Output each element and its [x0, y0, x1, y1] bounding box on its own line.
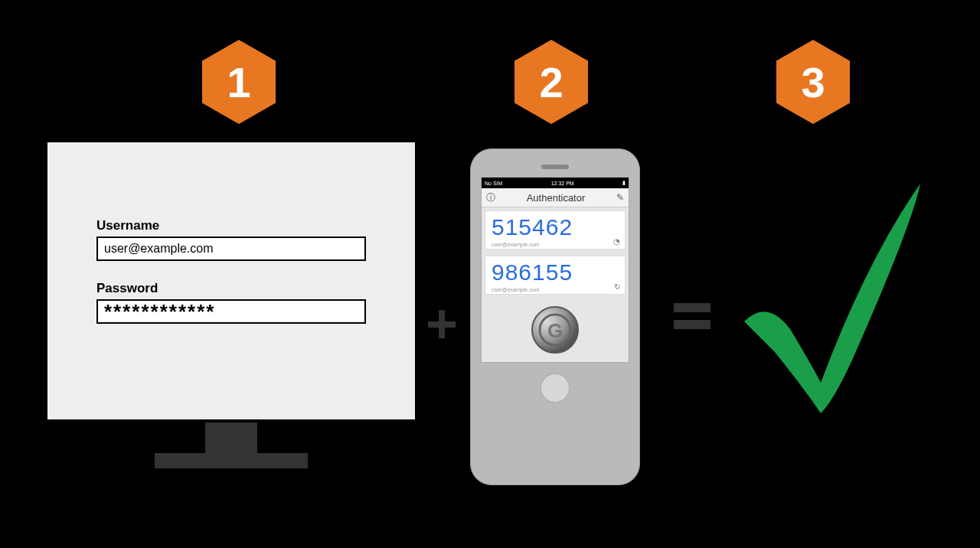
password-input[interactable]: ************ [96, 299, 366, 324]
status-time: 12:32 PM [551, 181, 574, 186]
countdown-icon: ◔ [613, 237, 620, 246]
monitor-base [155, 453, 308, 468]
auth-account: user@example.com [492, 242, 619, 247]
username-value: user@example.com [104, 242, 214, 256]
phone-statusbar: No SIM 12:32 PM ▮ [482, 178, 629, 188]
step-number: 1 [227, 57, 250, 107]
step-number: 2 [539, 57, 563, 107]
app-title: Authenticator [495, 192, 616, 204]
monitor-neck [205, 422, 257, 453]
auth-code-card[interactable]: 515462 user@example.com ◔ [485, 210, 626, 250]
plus-operator: + [426, 292, 458, 355]
password-value: ************ [104, 302, 215, 321]
username-label: Username [96, 218, 366, 233]
step-number: 3 [801, 57, 825, 107]
username-input[interactable]: user@example.com [96, 236, 366, 261]
checkmark-icon [729, 161, 931, 421]
phone: No SIM 12:32 PM ▮ ⓘ Authenticator ✎ 5154… [470, 148, 640, 485]
step-badge-2: 2 [514, 40, 588, 124]
phone-speaker [541, 165, 569, 169]
authenticator-logo: G [531, 305, 580, 357]
app-navbar: ⓘ Authenticator ✎ [482, 188, 629, 207]
password-label: Password [96, 281, 366, 296]
status-carrier: No SIM [485, 181, 502, 186]
step-badge-1: 1 [202, 40, 276, 124]
status-battery-icon: ▮ [622, 180, 626, 186]
monitor: Username user@example.com Password *****… [44, 139, 418, 528]
info-icon[interactable]: ⓘ [486, 191, 495, 204]
step-badge-3: 3 [776, 40, 850, 124]
auth-code-card[interactable]: 986155 user@example.com ↻ [485, 256, 626, 295]
equals-operator [674, 295, 710, 337]
monitor-screen: Username user@example.com Password *****… [44, 139, 418, 422]
edit-icon[interactable]: ✎ [616, 192, 624, 203]
auth-account: user@example.com [492, 287, 619, 292]
refresh-icon: ↻ [614, 282, 620, 291]
auth-code: 515462 [492, 214, 619, 240]
phone-screen: No SIM 12:32 PM ▮ ⓘ Authenticator ✎ 5154… [481, 177, 629, 363]
logo-letter: G [547, 319, 563, 342]
auth-code: 986155 [492, 259, 619, 285]
phone-home-button[interactable] [541, 373, 570, 403]
